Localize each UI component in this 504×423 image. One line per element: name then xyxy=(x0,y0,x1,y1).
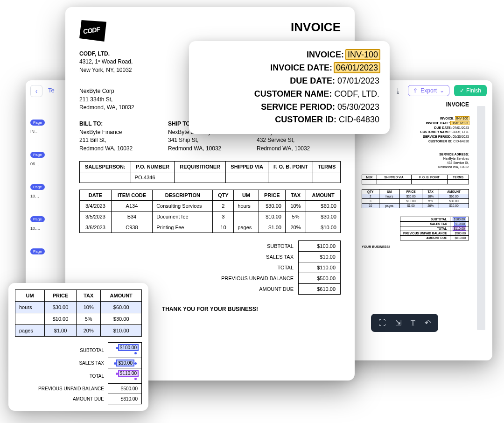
line-items-table: DATE ITEM CODE DESCRIPTION QTY UM PRICE … xyxy=(79,190,341,233)
invoice-meta-callout: INVOICE: INV-100 INVOICE DATE: 06/01/202… xyxy=(189,41,390,134)
table-row: 3/4/2023 A134 Consulting Services 2 hour… xyxy=(80,200,341,211)
export-button[interactable]: ⇪ Export ⌄ xyxy=(408,85,449,96)
company-logo: CODF xyxy=(79,20,106,42)
select-icon[interactable]: ⇲ xyxy=(395,318,401,327)
finish-label: Finish xyxy=(466,87,481,94)
pill-value: 06… xyxy=(30,162,58,166)
finish-button[interactable]: ✓ Finish xyxy=(454,85,487,96)
chevron-down-icon: ⌄ xyxy=(440,87,444,94)
back-button[interactable]: ‹ xyxy=(30,85,42,97)
table-row: 3/5/2023 B34 Document fee 3 $10.00 5% $3… xyxy=(80,211,341,222)
pill-value: 10… xyxy=(30,194,58,198)
page-pill[interactable]: Page xyxy=(30,120,45,126)
preview-grid1: NER SHIPPED VIA F. O. B. POINT TERMS xyxy=(362,175,469,184)
bill-to: BILL TO: NexByte Finance 211 Bill St, Re… xyxy=(79,120,163,153)
table-row: pages $1.00 20% $10.00 xyxy=(15,325,142,337)
pill-value: IN… xyxy=(30,129,58,134)
table-row: $10.00 5% $30.00 xyxy=(15,313,142,325)
pill-value: 10.… xyxy=(30,226,58,231)
page-pill[interactable]: Page xyxy=(30,216,45,222)
callout-items-table: UM PRICE TAX AMOUNT hours $30.00 10% $60… xyxy=(15,289,142,337)
fullscreen-icon[interactable]: ⛶ xyxy=(378,319,386,327)
order-meta-table: SALESPERSON: P.O. NUMBER REQUISITIONER S… xyxy=(79,161,341,183)
scrollbar[interactable] xyxy=(477,106,485,330)
text-icon[interactable]: T xyxy=(411,319,415,327)
page-pill[interactable]: Page xyxy=(30,152,45,158)
export-label: Export xyxy=(420,87,437,94)
check-icon: ✓ xyxy=(460,87,464,94)
download-icon[interactable]: ⭳ xyxy=(393,85,403,96)
page-pill[interactable]: Page xyxy=(30,248,45,254)
title-fragment: Te xyxy=(48,87,55,94)
table-row: 3/6/2023 C938 Printing Fee 10 pages $1.0… xyxy=(80,222,341,233)
totals-callout: UM PRICE TAX AMOUNT hours $30.00 10% $60… xyxy=(8,283,148,411)
preview-thanks: YOUR BUSINESS! xyxy=(362,245,469,248)
undo-icon[interactable]: ↶ xyxy=(425,318,431,327)
preview-grid2: QTY UM PRICE TAX AMOUNT 2 hours $30.00 1… xyxy=(362,189,469,208)
table-row: hours $30.00 10% $60.00 xyxy=(15,302,142,313)
invoice-title: INVOICE xyxy=(291,20,341,35)
upload-icon: ⇪ xyxy=(413,87,418,94)
page-pill[interactable]: Page xyxy=(30,184,45,190)
annotation-toolbar: ⛶ ⇲ T ↶ xyxy=(371,314,438,332)
